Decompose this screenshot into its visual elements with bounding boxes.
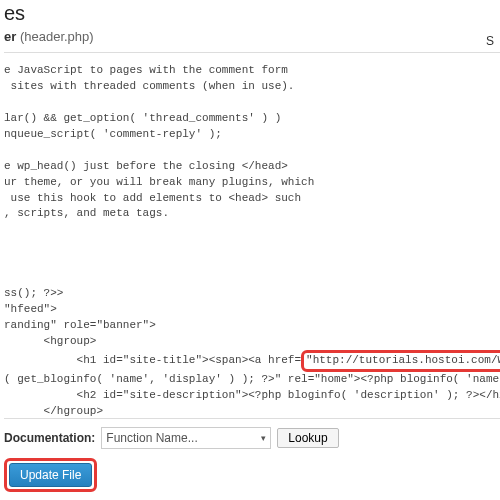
- code-line: </hgroup>: [4, 405, 103, 417]
- documentation-bar: Documentation: Function Name... ▾ Lookup: [4, 418, 500, 449]
- update-section: Update File: [4, 458, 97, 492]
- url-highlight: "http://tutorials.hostoi.com/WP2/wordpre…: [301, 350, 500, 372]
- code-line: , scripts, and meta tags.: [4, 207, 169, 219]
- code-line: <h1 id="site-title"><span><a href=: [4, 354, 301, 366]
- update-highlight: Update File: [4, 458, 97, 492]
- code-line: e wp_head() just before the closing </he…: [4, 160, 288, 172]
- code-line: ur theme, or you will break many plugins…: [4, 176, 314, 188]
- chevron-down-icon: ▾: [261, 433, 266, 443]
- select-placeholder: Function Name...: [106, 431, 197, 445]
- code-line: e JavaScript to pages with the comment f…: [4, 64, 288, 76]
- code-line: "hfeed">: [4, 303, 57, 315]
- file-name-bold: er: [4, 29, 16, 44]
- code-editor[interactable]: e JavaScript to pages with the comment f…: [4, 59, 500, 418]
- code-line: <h2 id="site-description"><?php bloginfo…: [4, 389, 500, 401]
- code-line: ss(); ?>>: [4, 287, 63, 299]
- page-title: es: [4, 2, 500, 25]
- function-name-select[interactable]: Function Name... ▾: [101, 427, 271, 449]
- code-line: <hgroup>: [4, 335, 96, 347]
- code-line: lar() && get_option( 'thread_comments' )…: [4, 112, 281, 124]
- lookup-button[interactable]: Lookup: [277, 428, 338, 448]
- file-name: er (header.php): [4, 29, 500, 44]
- right-char: S: [486, 34, 494, 48]
- documentation-label: Documentation:: [4, 431, 95, 445]
- code-line: sites with threaded comments (when in us…: [4, 80, 294, 92]
- divider: [4, 52, 500, 53]
- code-line: randing" role="banner">: [4, 319, 156, 331]
- code-line: use this hook to add elements to <head> …: [4, 192, 301, 204]
- update-file-button[interactable]: Update File: [9, 463, 92, 487]
- code-line: nqueue_script( 'comment-reply' );: [4, 128, 222, 140]
- file-name-paren: (header.php): [20, 29, 94, 44]
- code-line: ( get_bloginfo( 'name', 'display' ) ); ?…: [4, 373, 500, 385]
